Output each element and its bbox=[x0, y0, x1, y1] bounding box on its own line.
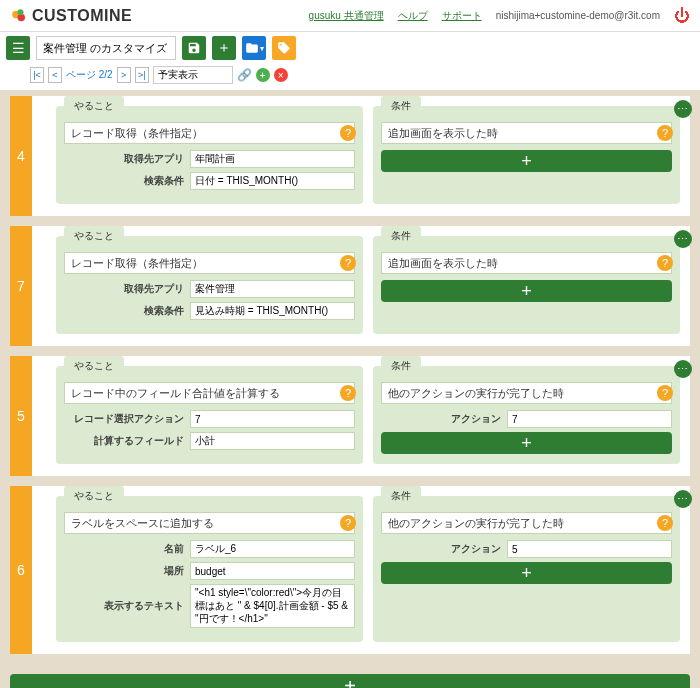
power-icon[interactable]: ⏻ bbox=[674, 7, 690, 25]
condition-card: 条件他のアクションの実行が完了した時?アクション+ bbox=[373, 496, 680, 642]
save-icon bbox=[187, 41, 201, 55]
condition-add[interactable]: + bbox=[381, 280, 672, 302]
card-tab: 条件 bbox=[381, 356, 421, 376]
param-row: 計算するフィールド bbox=[64, 432, 355, 450]
svg-point-2 bbox=[18, 9, 24, 15]
card-title[interactable]: レコード取得（条件指定）? bbox=[64, 122, 355, 144]
condition-add[interactable]: + bbox=[381, 562, 672, 584]
card-title[interactable]: 追加画面を表示した時? bbox=[381, 252, 672, 274]
param-input[interactable] bbox=[190, 540, 355, 558]
condition-add[interactable]: + bbox=[381, 150, 672, 172]
card-tab: やること bbox=[64, 486, 124, 506]
param-row: 取得先アプリ bbox=[64, 280, 355, 298]
toolbar: ☰ ＋ ▾ bbox=[0, 32, 700, 64]
rule-body: やることレコード取得（条件指定）?取得先アプリ検索条件条件追加画面を表示した時?… bbox=[32, 96, 690, 216]
card-title[interactable]: ラベルをスペースに追加する? bbox=[64, 512, 355, 534]
rule-body: やることラベルをスペースに追加する?名前場所表示するテキスト"<h1 style… bbox=[32, 486, 690, 654]
tab-add[interactable]: + bbox=[256, 68, 270, 82]
param-label: 検索条件 bbox=[64, 174, 184, 188]
param-input[interactable] bbox=[190, 150, 355, 168]
tag-button[interactable] bbox=[272, 36, 296, 60]
card-tab: やること bbox=[64, 226, 124, 246]
user-email: nishijima+customine-demo@r3it.com bbox=[496, 10, 660, 21]
folder-button[interactable]: ▾ bbox=[242, 36, 266, 60]
help-icon[interactable]: ? bbox=[340, 515, 356, 531]
page-label: ページ 2/2 bbox=[66, 68, 113, 82]
param-row: アクション bbox=[381, 410, 672, 428]
help-icon[interactable]: ? bbox=[340, 125, 356, 141]
condition-card: 条件追加画面を表示した時?+ bbox=[373, 106, 680, 204]
param-input[interactable] bbox=[190, 562, 355, 580]
help-icon[interactable]: ? bbox=[340, 255, 356, 271]
save-button[interactable] bbox=[182, 36, 206, 60]
add-button[interactable]: ＋ bbox=[212, 36, 236, 60]
tag-icon bbox=[277, 41, 291, 55]
logo-icon bbox=[10, 7, 28, 25]
param-label: 名前 bbox=[64, 542, 184, 556]
link-gusuku[interactable]: gusuku 共通管理 bbox=[309, 9, 384, 23]
param-label: 計算するフィールド bbox=[64, 434, 184, 448]
page-prev[interactable]: < bbox=[48, 67, 62, 83]
param-input[interactable] bbox=[190, 280, 355, 298]
rule-row: 4やることレコード取得（条件指定）?取得先アプリ検索条件条件追加画面を表示した時… bbox=[10, 96, 690, 216]
card-title[interactable]: レコード中のフィールド合計値を計算する? bbox=[64, 382, 355, 404]
tab-remove[interactable]: × bbox=[274, 68, 288, 82]
param-input[interactable] bbox=[190, 432, 355, 450]
action-card: やることレコード取得（条件指定）?取得先アプリ検索条件 bbox=[56, 236, 363, 334]
param-input[interactable] bbox=[190, 172, 355, 190]
card-title[interactable]: 他のアクションの実行が完了した時? bbox=[381, 512, 672, 534]
tab-name-input[interactable] bbox=[153, 66, 233, 84]
card-title[interactable]: 追加画面を表示した時? bbox=[381, 122, 672, 144]
title-input[interactable] bbox=[36, 36, 176, 60]
param-row: アクション bbox=[381, 540, 672, 558]
help-icon[interactable]: ? bbox=[657, 385, 673, 401]
param-row: 取得先アプリ bbox=[64, 150, 355, 168]
param-input[interactable] bbox=[507, 540, 672, 558]
brand-name: CUSTOMINE bbox=[32, 7, 132, 25]
param-row: 表示するテキスト"<h1 style=\"color:red\">今月の目標はあ… bbox=[64, 584, 355, 628]
param-input[interactable] bbox=[507, 410, 672, 428]
row-menu-icon[interactable]: ⋯ bbox=[674, 360, 692, 378]
card-tab: 条件 bbox=[381, 226, 421, 246]
row-menu-icon[interactable]: ⋯ bbox=[674, 230, 692, 248]
card-tab: 条件 bbox=[381, 96, 421, 116]
page-next[interactable]: > bbox=[117, 67, 131, 83]
link-support[interactable]: サポート bbox=[442, 9, 482, 23]
param-input[interactable]: "<h1 style=\"color:red\">今月の目標はあと " & $4… bbox=[190, 584, 355, 628]
rule-row: 7やることレコード取得（条件指定）?取得先アプリ検索条件条件追加画面を表示した時… bbox=[10, 226, 690, 346]
action-card: やることラベルをスペースに追加する?名前場所表示するテキスト"<h1 style… bbox=[56, 496, 363, 642]
rule-number: 7 bbox=[10, 226, 32, 346]
help-icon[interactable]: ? bbox=[340, 385, 356, 401]
param-input[interactable] bbox=[190, 302, 355, 320]
card-title[interactable]: レコード取得（条件指定）? bbox=[64, 252, 355, 274]
param-label: アクション bbox=[381, 412, 501, 426]
rule-row: 6やることラベルをスペースに追加する?名前場所表示するテキスト"<h1 styl… bbox=[10, 486, 690, 654]
condition-card: 条件他のアクションの実行が完了した時?アクション+ bbox=[373, 366, 680, 464]
page-last[interactable]: >| bbox=[135, 67, 149, 83]
help-icon[interactable]: ? bbox=[657, 255, 673, 271]
condition-add[interactable]: + bbox=[381, 432, 672, 454]
param-label: 取得先アプリ bbox=[64, 152, 184, 166]
rule-number: 6 bbox=[10, 486, 32, 654]
page-first[interactable]: |< bbox=[30, 67, 44, 83]
rule-number: 4 bbox=[10, 96, 32, 216]
card-tab: やること bbox=[64, 356, 124, 376]
param-label: レコード選択アクション bbox=[64, 412, 184, 426]
card-title[interactable]: 他のアクションの実行が完了した時? bbox=[381, 382, 672, 404]
rule-number: 5 bbox=[10, 356, 32, 476]
param-row: 場所 bbox=[64, 562, 355, 580]
list-button[interactable]: ☰ bbox=[6, 36, 30, 60]
link-help[interactable]: ヘルプ bbox=[398, 9, 428, 23]
subbar: |< < ページ 2/2 > >| 🔗 + × bbox=[0, 64, 700, 90]
row-menu-icon[interactable]: ⋯ bbox=[674, 100, 692, 118]
add-row-button[interactable]: + bbox=[10, 674, 690, 688]
link-icon[interactable]: 🔗 bbox=[237, 68, 252, 82]
help-icon[interactable]: ? bbox=[657, 515, 673, 531]
header: CUSTOMINE gusuku 共通管理 ヘルプ サポート nishijima… bbox=[0, 0, 700, 32]
help-icon[interactable]: ? bbox=[657, 125, 673, 141]
rule-body: やることレコード取得（条件指定）?取得先アプリ検索条件条件追加画面を表示した時?… bbox=[32, 226, 690, 346]
row-menu-icon[interactable]: ⋯ bbox=[674, 490, 692, 508]
action-card: やることレコード取得（条件指定）?取得先アプリ検索条件 bbox=[56, 106, 363, 204]
param-input[interactable] bbox=[190, 410, 355, 428]
card-tab: 条件 bbox=[381, 486, 421, 506]
